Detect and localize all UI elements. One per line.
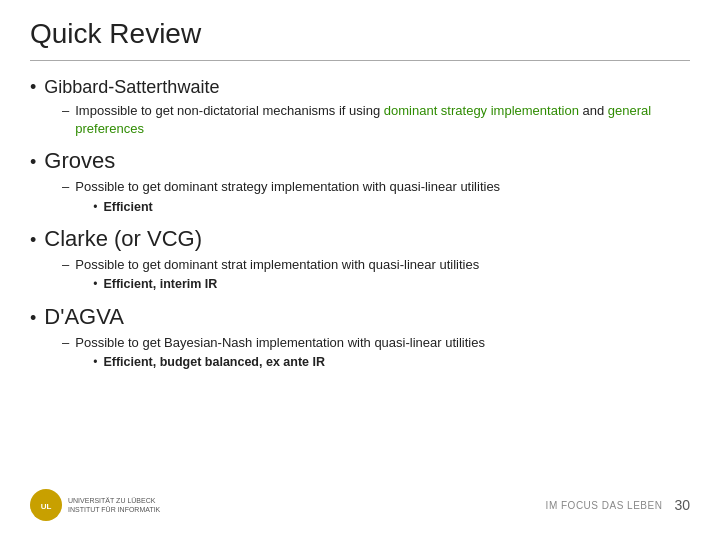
gibbard-dash-text: Impossible to get non-dictatorial mechan… (75, 102, 690, 138)
footer-right: IM FOCUS DAS LEBEN 30 (546, 497, 690, 513)
dash-icon-groves: – (62, 178, 69, 196)
small-dot-dagva: • (93, 354, 97, 371)
groves-dash-text: Possible to get dominant strategy implem… (75, 179, 500, 194)
dagva-efficient-item: • Efficient, budget balanced, ex ante IR (93, 354, 485, 372)
clarke-dash-item: – Possible to get dominant strat impleme… (62, 256, 690, 294)
dagva-dash-text: Possible to get Bayesian-Nash implementa… (75, 335, 485, 350)
university-logo-icon: UL (30, 489, 62, 521)
clarke-efficient-item: • Efficient, interim IR (93, 276, 479, 294)
bullet-clarke: • Clarke (or VCG) – Possible to get domi… (30, 226, 690, 294)
clarke-dash-text: Possible to get dominant strat implement… (75, 257, 479, 272)
dagva-subitems: – Possible to get Bayesian-Nash implemen… (30, 334, 690, 372)
dash-icon: – (62, 102, 69, 120)
highlight-dominant-strategy: dominant strategy implementation (384, 103, 579, 118)
bullet-gibbard: • Gibbard-Satterthwaite – Impossible to … (30, 77, 690, 138)
bullet-dot-clarke: • (30, 230, 36, 251)
groves-subitems: – Possible to get dominant strategy impl… (30, 178, 690, 216)
svg-text:UL: UL (41, 502, 52, 511)
footer-tagline: IM FOCUS DAS LEBEN (546, 500, 663, 511)
groves-label: Groves (44, 148, 115, 174)
dagva-efficient-label: Efficient, budget balanced, ex ante IR (103, 354, 325, 372)
footer-logo: UL UNIVERSITÄT ZU LÜBECKINSTITUT FÜR INF… (30, 489, 160, 521)
clarke-subitems: – Possible to get dominant strat impleme… (30, 256, 690, 294)
groves-dash-item: – Possible to get dominant strategy impl… (62, 178, 690, 216)
gibbard-dash-item: – Impossible to get non-dictatorial mech… (62, 102, 690, 138)
gibbard-subitems: – Impossible to get non-dictatorial mech… (30, 102, 690, 138)
groves-efficient-label: Efficient (103, 199, 152, 217)
small-dot-groves: • (93, 199, 97, 216)
clarke-sub-sub: • Efficient, interim IR (75, 276, 479, 294)
dash-icon-dagva: – (62, 334, 69, 352)
page-number: 30 (674, 497, 690, 513)
bullet-dagva: • D'AGVA – Possible to get Bayesian-Nash… (30, 304, 690, 372)
gibbard-label: Gibbard-Satterthwaite (44, 77, 219, 98)
slide-footer: UL UNIVERSITÄT ZU LÜBECKINSTITUT FÜR INF… (30, 484, 690, 520)
groves-efficient-item: • Efficient (93, 199, 500, 217)
bullet-dot-dagva: • (30, 308, 36, 329)
groves-sub-sub: • Efficient (75, 199, 500, 217)
small-dot-clarke: • (93, 276, 97, 293)
bullet-header-dagva: • D'AGVA (30, 304, 690, 330)
clarke-label: Clarke (or VCG) (44, 226, 202, 252)
slide-content: • Gibbard-Satterthwaite – Impossible to … (30, 77, 690, 484)
dagva-dash-content: Possible to get Bayesian-Nash implementa… (75, 334, 485, 372)
dagva-sub-sub: • Efficient, budget balanced, ex ante IR (75, 354, 485, 372)
university-name: UNIVERSITÄT ZU LÜBECKINSTITUT FÜR INFORM… (68, 496, 160, 514)
slide-container: Quick Review • Gibbard-Satterthwaite – I… (0, 0, 720, 540)
bullet-header-gibbard: • Gibbard-Satterthwaite (30, 77, 690, 98)
clarke-efficient-label: Efficient, interim IR (103, 276, 217, 294)
bullet-groves: • Groves – Possible to get dominant stra… (30, 148, 690, 216)
bullet-header-groves: • Groves (30, 148, 690, 174)
clarke-dash-content: Possible to get dominant strat implement… (75, 256, 479, 294)
groves-dash-content: Possible to get dominant strategy implem… (75, 178, 500, 216)
bullet-dot-groves: • (30, 152, 36, 173)
dagva-dash-item: – Possible to get Bayesian-Nash implemen… (62, 334, 690, 372)
slide-title: Quick Review (30, 18, 690, 61)
dagva-label: D'AGVA (44, 304, 124, 330)
bullet-dot: • (30, 77, 36, 98)
dash-icon-clarke: – (62, 256, 69, 274)
bullet-header-clarke: • Clarke (or VCG) (30, 226, 690, 252)
